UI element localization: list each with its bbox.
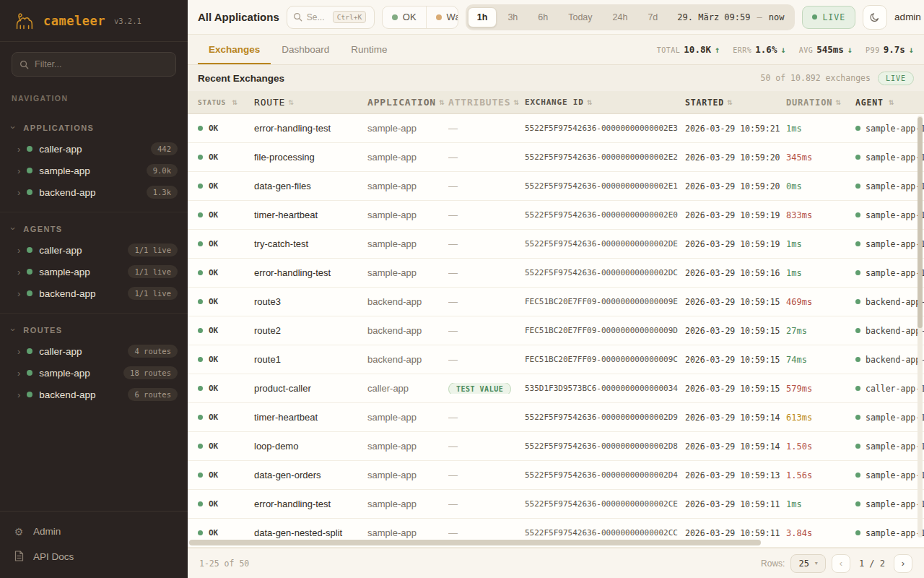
status-dot xyxy=(198,155,203,160)
table-row[interactable]: OK timer-heartbeat sample-app — 5522F5F9… xyxy=(188,403,924,432)
column-header-agent[interactable]: AGENT ⇅ xyxy=(855,98,924,108)
sidebar-filter[interactable] xyxy=(12,52,176,77)
time-range-today[interactable]: Today xyxy=(559,7,601,27)
status-filter-wa[interactable]: Wa xyxy=(426,7,458,28)
route-cell: data-gen-nested-split xyxy=(254,527,367,538)
sidebar-item-api-docs[interactable]: API Docs xyxy=(0,544,188,569)
table-row[interactable]: OK route3 backend-app — FEC51BC20E7FF09-… xyxy=(188,288,924,316)
status-dot xyxy=(27,146,32,152)
status-cell: OK xyxy=(198,499,254,509)
status-dot xyxy=(855,386,860,391)
application-cell: backend-app xyxy=(367,296,448,307)
table-row[interactable]: OK file-processing sample-app — 5522F5F9… xyxy=(188,143,924,172)
status-dot xyxy=(855,415,860,420)
application-cell: sample-app xyxy=(367,181,448,191)
table-row[interactable]: OK product-caller caller-app TEST VALUE … xyxy=(188,374,924,403)
status-cell: OK xyxy=(198,181,254,191)
attributes-cell: — xyxy=(448,441,525,452)
user-name: admin xyxy=(894,12,921,22)
started-cell: 2026-03-29 10:59:14 xyxy=(685,441,786,452)
camel-logo-icon xyxy=(12,9,36,33)
sidebar-section-header[interactable]: › APPLICATIONS xyxy=(0,117,188,138)
column-header-attributes[interactable]: ATTRIBUTES ⇅ xyxy=(448,97,525,108)
column-header-exchange-id[interactable]: EXCHANGE ID ⇅ xyxy=(525,98,685,107)
date-from: 29. März 09:59 xyxy=(677,12,750,22)
time-range-6h[interactable]: 6h xyxy=(528,7,557,27)
sort-icon: ⇅ xyxy=(587,99,593,106)
search-input[interactable] xyxy=(307,12,328,22)
table-row[interactable]: OK data-gen-files sample-app — 5522F5F97… xyxy=(188,172,924,201)
horizontal-scrollbar[interactable] xyxy=(189,540,912,545)
next-page-button[interactable]: › xyxy=(894,554,912,573)
exchange-id-cell: 5522F5F97542636-00000000000002DE xyxy=(525,239,685,249)
table-row[interactable]: OK timer-heartbeat sample-app — 5522F5F9… xyxy=(188,201,924,230)
tab-runtime[interactable]: Runtime xyxy=(340,35,398,64)
sidebar-item-sample-app[interactable]: › sample-app 18 routes xyxy=(0,362,188,384)
sidebar-item-backend-app[interactable]: › backend-app 1.3k xyxy=(0,181,188,203)
table-row[interactable]: OK loop-demo sample-app — 5522F5F9754263… xyxy=(188,432,924,461)
time-range-7d[interactable]: 7d xyxy=(638,7,667,27)
attributes-cell: TEST VALUE xyxy=(448,383,525,394)
status-cell: OK xyxy=(198,297,254,306)
chevron-down-icon: ▾ xyxy=(815,560,818,566)
theme-toggle-button[interactable] xyxy=(863,5,887,30)
vertical-scrollbar-thumb[interactable] xyxy=(918,117,923,328)
vertical-scrollbar[interactable] xyxy=(918,116,923,538)
chevron-right-icon: › xyxy=(17,289,20,298)
row-range-text: 1-25 of 50 xyxy=(199,558,249,569)
sidebar-section-header[interactable]: › AGENTS xyxy=(0,218,188,239)
count-badge: 4 routes xyxy=(128,345,178,358)
global-search[interactable]: Ctrl+K xyxy=(287,6,375,29)
duration-cell: 345ms xyxy=(786,152,855,163)
table-row[interactable]: OK route2 backend-app — FEC51BC20E7FF09-… xyxy=(188,316,924,345)
sidebar-item-sample-app[interactable]: › sample-app 9.0k xyxy=(0,160,188,181)
date-to: now xyxy=(769,12,785,22)
column-header-application[interactable]: APPLICATION ⇅ xyxy=(367,97,448,108)
chevron-right-icon: › xyxy=(17,188,20,197)
sidebar-item-caller-app[interactable]: › caller-app 4 routes xyxy=(0,340,188,362)
table-row[interactable]: OK error-handling-test sample-app — 5522… xyxy=(188,114,924,143)
panel-header: Recent Exchanges 50 of 10.892 exchanges … xyxy=(188,65,924,91)
tab-exchanges[interactable]: Exchanges xyxy=(198,35,271,64)
table-row[interactable]: OK error-handling-test sample-app — 5522… xyxy=(188,259,924,288)
rows-per-page-select[interactable]: 25 ▾ xyxy=(790,554,825,573)
column-header-started[interactable]: STARTED ⇅ xyxy=(685,98,786,108)
date-range[interactable]: 29. März 09:59 — now xyxy=(668,12,793,22)
column-header-status[interactable]: STATUS ⇅ xyxy=(198,98,254,106)
status-cell: OK xyxy=(198,326,254,335)
sidebar-section-agents: › AGENTS › caller-app 1/1 live › sample-… xyxy=(0,212,188,313)
horizontal-scrollbar-thumb[interactable] xyxy=(189,540,761,545)
duration-cell: 469ms xyxy=(786,297,855,307)
brand-version: v3.2.1 xyxy=(114,17,141,25)
filter-input[interactable] xyxy=(35,59,168,69)
column-header-route[interactable]: ROUTE ⇅ xyxy=(254,97,367,108)
table-row[interactable]: OK try-catch-test sample-app — 5522F5F97… xyxy=(188,230,924,259)
status-cell: OK xyxy=(198,239,254,249)
sidebar-item-caller-app[interactable]: › caller-app 442 xyxy=(0,138,188,160)
live-toggle-button[interactable]: LIVE xyxy=(802,6,855,29)
sidebar-section-header[interactable]: › ROUTES xyxy=(0,319,188,340)
table-row[interactable]: OK data-gen-orders sample-app — 5522F5F9… xyxy=(188,461,924,490)
count-badge: 1/1 live xyxy=(128,287,178,300)
time-range-24h[interactable]: 24h xyxy=(603,7,637,27)
sidebar-header: cameleer v3.2.1 xyxy=(0,0,188,42)
attributes-cell: — xyxy=(448,238,525,249)
prev-page-button[interactable]: ‹ xyxy=(832,554,850,573)
sidebar-item-backend-app[interactable]: › backend-app 1/1 live xyxy=(0,282,188,304)
sidebar-item-admin[interactable]: ⚙ Admin xyxy=(0,519,188,544)
rows-label: Rows: xyxy=(761,558,785,569)
tab-dashboard[interactable]: Dashboard xyxy=(271,35,340,64)
sidebar-item-caller-app[interactable]: › caller-app 1/1 live xyxy=(0,239,188,261)
status-dot xyxy=(198,126,203,131)
table-row[interactable]: OK route1 backend-app — FEC51BC20E7FF09-… xyxy=(188,345,924,374)
sidebar-item-sample-app[interactable]: › sample-app 1/1 live xyxy=(0,261,188,282)
sidebar-item-backend-app[interactable]: › backend-app 6 routes xyxy=(0,384,188,405)
sidebar: cameleer v3.2.1 NAVIGATION › APPLICATION… xyxy=(0,0,188,578)
time-range-3h[interactable]: 3h xyxy=(498,7,527,27)
application-cell: sample-app xyxy=(367,152,448,163)
column-header-duration[interactable]: DURATION ⇅ xyxy=(786,98,855,108)
table-row[interactable]: OK error-handling-test sample-app — 5522… xyxy=(188,490,924,519)
status-filter-ok[interactable]: OK xyxy=(383,7,426,28)
status-cell: OK xyxy=(198,124,254,133)
time-range-1h[interactable]: 1h xyxy=(468,7,497,27)
